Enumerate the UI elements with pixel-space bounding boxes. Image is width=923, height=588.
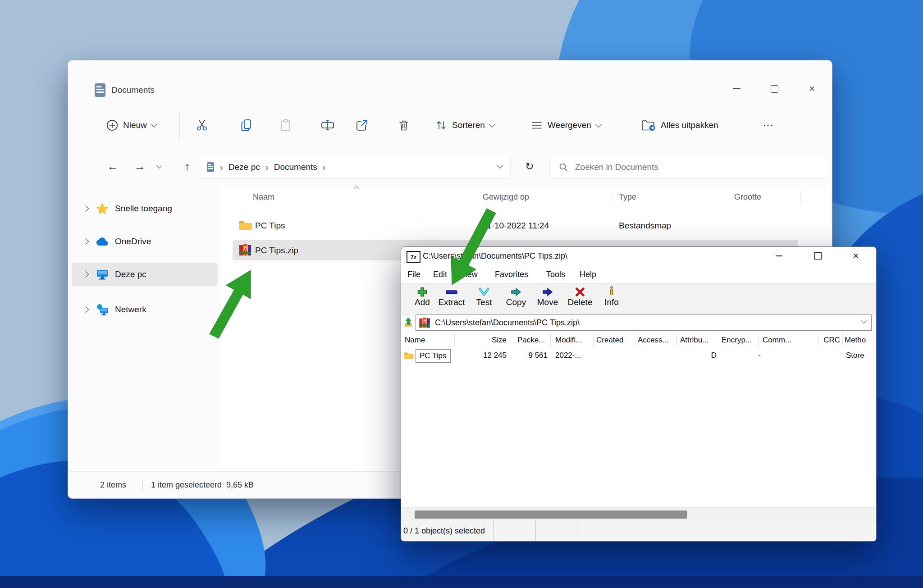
search-box[interactable]: [549, 156, 828, 178]
refresh-icon: ↻: [525, 160, 534, 173]
forward-button[interactable]: →: [128, 155, 151, 178]
parent-folder-icon[interactable]: [404, 317, 413, 329]
up-button[interactable]: ↑: [175, 155, 199, 178]
column-divider[interactable]: [719, 334, 719, 346]
column-header-attributes[interactable]: Attribu...: [680, 333, 708, 348]
extract-button[interactable]: Extract: [439, 283, 465, 315]
maximize-button[interactable]: [806, 248, 830, 264]
menu-edit[interactable]: Edit: [433, 266, 447, 283]
add-button[interactable]: Add: [409, 283, 435, 315]
delete-button[interactable]: [392, 114, 416, 137]
sidebar-item-deze-pc[interactable]: Deze pc: [72, 263, 218, 286]
sort-button-label: Sorteren: [452, 120, 485, 130]
cell-attributes: D: [690, 348, 717, 363]
address-dropdown-icon[interactable]: [497, 162, 503, 169]
column-header-grootte[interactable]: Grootte: [734, 190, 761, 204]
selection-summary: 1 item geselecteerd 9,65 kB: [151, 472, 254, 498]
minimize-button[interactable]: [723, 79, 749, 98]
share-button[interactable]: [350, 114, 374, 137]
move-button[interactable]: Move: [535, 283, 561, 315]
star-icon: [93, 203, 111, 214]
horizontal-scrollbar[interactable]: [401, 507, 875, 521]
close-button[interactable]: ×: [799, 79, 825, 98]
column-divider[interactable]: [550, 334, 551, 346]
column-divider[interactable]: [725, 190, 725, 204]
column-divider[interactable]: [842, 334, 843, 346]
extract-button-label: Extract: [438, 297, 465, 307]
back-button[interactable]: ←: [101, 155, 124, 178]
delete-button[interactable]: Delete: [567, 283, 593, 315]
chevron-down-icon: [489, 121, 495, 128]
sort-ascending-icon: [355, 184, 358, 192]
breadcrumb-item-documents[interactable]: Documents: [274, 162, 317, 172]
column-divider[interactable]: [676, 334, 677, 346]
column-header-type[interactable]: Type: [619, 190, 636, 204]
column-divider[interactable]: [800, 190, 801, 204]
column-divider[interactable]: [818, 334, 819, 346]
search-input[interactable]: [574, 162, 792, 173]
new-button-label: Nieuw: [123, 120, 147, 130]
column-header-comment[interactable]: Comm...: [763, 333, 791, 348]
menu-view[interactable]: View: [460, 266, 478, 283]
copy-button[interactable]: Copy: [503, 283, 529, 315]
sevenzip-address-bar[interactable]: C:\Users\stefan\Documents\PC Tips.zip\: [416, 315, 872, 331]
file-row-pc-tips[interactable]: PC Tips 11-10-2022 11:24 Bestandsmap: [233, 215, 798, 236]
menu-tools[interactable]: Tools: [546, 266, 565, 283]
column-header-naam[interactable]: Naam: [253, 190, 274, 204]
column-divider[interactable]: [635, 334, 635, 346]
column-divider[interactable]: [612, 190, 612, 204]
column-divider[interactable]: [593, 334, 594, 346]
view-button[interactable]: Weergeven: [531, 113, 601, 138]
rename-button[interactable]: [316, 114, 339, 137]
close-button[interactable]: ×: [844, 248, 868, 264]
new-button[interactable]: Nieuw: [106, 113, 156, 138]
sidebar-item-onedrive[interactable]: OneDrive: [72, 230, 218, 253]
breadcrumb-separator: ›: [317, 162, 331, 173]
column-divider[interactable]: [759, 334, 759, 346]
cut-button[interactable]: [190, 114, 214, 137]
column-header-size[interactable]: Size: [469, 333, 507, 348]
info-button[interactable]: i Info: [599, 283, 625, 315]
maximize-button[interactable]: [761, 79, 787, 98]
breadcrumb-item-deze-pc[interactable]: Deze pc: [228, 162, 260, 172]
column-header-name[interactable]: Name: [405, 333, 425, 348]
column-header-accessed[interactable]: Access...: [638, 333, 669, 348]
delete-button-label: Delete: [568, 297, 593, 307]
refresh-button[interactable]: ↻: [518, 155, 541, 178]
copy-button[interactable]: [235, 114, 258, 137]
test-button-label: Test: [476, 297, 492, 307]
recent-locations-button[interactable]: [151, 155, 167, 178]
chevron-down-icon: [151, 121, 157, 128]
more-icon: ⋯: [763, 119, 774, 132]
test-button[interactable]: Test: [471, 283, 497, 315]
column-header-packed[interactable]: Packe...: [517, 333, 545, 348]
sevenzip-window: 7z C:\Users\stefan\Documents\PC Tips.zip…: [401, 246, 877, 542]
scissors-icon: [196, 119, 208, 132]
menu-help[interactable]: Help: [580, 266, 596, 283]
archive-row-pc-tips[interactable]: PC Tips 12 245 9 561 2022-... D - Store: [401, 348, 875, 363]
sort-button[interactable]: Sorteren: [435, 113, 494, 138]
column-header-created[interactable]: Created: [596, 333, 623, 348]
column-divider[interactable]: [454, 334, 455, 346]
file-name: PC Tips: [255, 215, 285, 236]
share-icon: [356, 119, 368, 132]
column-header-method[interactable]: Metho: [845, 333, 866, 348]
column-header-crc[interactable]: CRC: [807, 333, 840, 348]
paste-button[interactable]: [274, 114, 297, 137]
menu-favorites[interactable]: Favorites: [495, 266, 528, 283]
column-divider[interactable]: [509, 334, 509, 346]
column-header-modified[interactable]: Modifi...: [555, 333, 582, 348]
sidebar-item-snelle-toegang[interactable]: Snelle toegang: [72, 197, 218, 220]
scrollbar-thumb[interactable]: [415, 511, 687, 519]
extract-all-button[interactable]: Alles uitpakken: [641, 113, 718, 138]
address-dropdown-icon[interactable]: [861, 318, 867, 324]
address-bar[interactable]: › Deze pc › Documents ›: [199, 156, 511, 178]
menu-file[interactable]: File: [407, 266, 420, 283]
sidebar-item-netwerk[interactable]: Netwerk: [72, 298, 218, 321]
see-more-button[interactable]: ⋯: [757, 114, 780, 137]
minimize-button[interactable]: [767, 248, 790, 264]
column-divider[interactable]: [477, 190, 477, 204]
extract-minus-icon: [446, 283, 457, 297]
column-header-gewijzigd-op[interactable]: Gewijzigd op: [483, 190, 529, 204]
column-header-encrypted[interactable]: Encryp...: [722, 333, 752, 348]
